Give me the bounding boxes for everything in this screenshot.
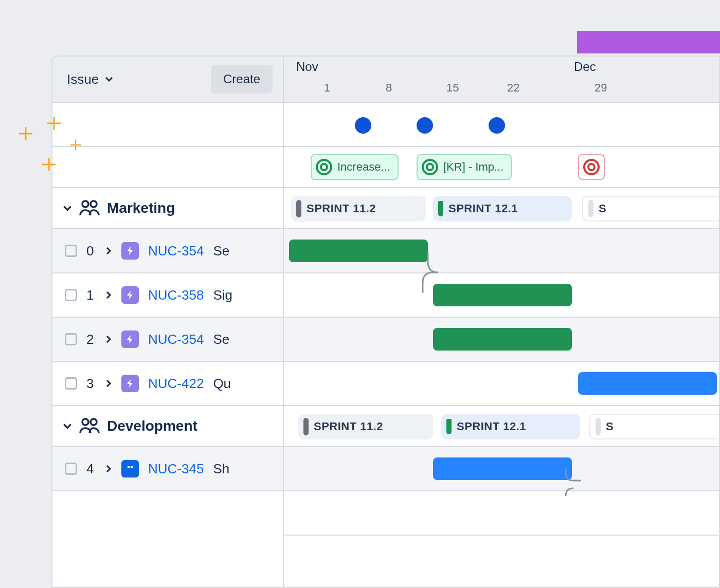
epic-icon bbox=[121, 286, 139, 304]
goal-label: Increase... bbox=[337, 160, 390, 174]
sprint-label: SPRINT 11.2 bbox=[314, 420, 383, 433]
issue-summary: Sig bbox=[213, 287, 232, 303]
chevron-right-icon[interactable] bbox=[105, 247, 112, 254]
sprint-handle[interactable] bbox=[588, 200, 593, 217]
issue-summary: Se bbox=[213, 243, 229, 259]
milestone-dot[interactable] bbox=[489, 117, 505, 134]
issue-row[interactable]: 4 NUC-345 Sh bbox=[52, 447, 283, 491]
chevron-right-icon[interactable] bbox=[105, 380, 112, 387]
issue-row[interactable]: 3 NUC-422 Qu bbox=[52, 362, 283, 406]
body-area: Marketing 0 NUC-354 Se 1 NUC-358 Sig bbox=[52, 103, 719, 587]
issue-dropdown[interactable]: Issue bbox=[67, 71, 113, 87]
issue-row[interactable]: 2 NUC-354 Se bbox=[52, 318, 283, 362]
issue-key-link[interactable]: NUC-354 bbox=[148, 332, 204, 347]
goal-chip[interactable] bbox=[578, 154, 605, 180]
row-index: 3 bbox=[86, 376, 96, 392]
team-icon bbox=[79, 198, 100, 218]
row-index: 2 bbox=[86, 332, 96, 347]
gantt-bar[interactable] bbox=[578, 372, 717, 395]
sprint-handle[interactable] bbox=[438, 201, 443, 216]
day-label: 29 bbox=[595, 81, 607, 95]
group-header-development[interactable]: Development bbox=[52, 406, 283, 447]
gantt-row bbox=[284, 491, 719, 536]
group-title: Development bbox=[107, 418, 197, 434]
sprint-label: SPRINT 11.2 bbox=[307, 202, 376, 215]
gantt-bar[interactable] bbox=[433, 328, 572, 351]
checkbox[interactable] bbox=[65, 463, 77, 475]
sprint-box[interactable]: S bbox=[582, 196, 720, 222]
chevron-down-icon bbox=[105, 75, 113, 83]
sprint-handle[interactable] bbox=[446, 419, 452, 434]
gantt-row bbox=[284, 273, 719, 318]
sprint-handle[interactable] bbox=[296, 200, 301, 217]
sprint-box[interactable]: SPRINT 12.1 bbox=[441, 414, 580, 439]
epic-icon bbox=[121, 242, 139, 260]
row-index: 0 bbox=[86, 243, 96, 259]
goal-chip[interactable]: [KR] - Imp... bbox=[417, 154, 512, 180]
gantt-row bbox=[284, 318, 719, 362]
day-label: 15 bbox=[446, 81, 459, 95]
team-icon bbox=[79, 416, 100, 436]
sprint-label: SPRINT 12.1 bbox=[457, 420, 526, 433]
issue-row[interactable]: 0 NUC-354 Se bbox=[52, 229, 283, 273]
month-label-nov: Nov bbox=[296, 60, 318, 74]
group-header-marketing[interactable]: Marketing bbox=[52, 188, 283, 229]
gantt-bar[interactable] bbox=[433, 284, 572, 306]
sprint-box[interactable]: S bbox=[589, 414, 720, 439]
svg-point-5 bbox=[321, 164, 327, 170]
sprint-box[interactable]: SPRINT 12.1 bbox=[433, 196, 572, 222]
goal-spacer bbox=[52, 147, 283, 188]
blank-spacer bbox=[52, 103, 283, 147]
issue-key-link[interactable]: NUC-345 bbox=[148, 461, 204, 477]
gantt-row bbox=[284, 362, 719, 406]
checkbox[interactable] bbox=[65, 245, 77, 257]
issue-dropdown-label: Issue bbox=[67, 71, 99, 87]
svg-point-8 bbox=[584, 160, 599, 174]
issue-summary: Se bbox=[213, 332, 229, 347]
month-label-dec: Dec bbox=[574, 60, 596, 74]
checkbox[interactable] bbox=[65, 377, 77, 390]
dependency-line bbox=[418, 252, 448, 293]
sprint-label: S bbox=[606, 420, 614, 433]
svg-point-1 bbox=[91, 201, 97, 207]
gantt-bar[interactable] bbox=[433, 457, 572, 480]
chevron-down-icon bbox=[63, 204, 72, 213]
svg-point-9 bbox=[588, 164, 595, 170]
issue-list-column: Marketing 0 NUC-354 Se 1 NUC-358 Sig bbox=[52, 103, 284, 587]
svg-point-6 bbox=[423, 160, 437, 174]
svg-point-3 bbox=[91, 419, 97, 425]
sprint-box[interactable]: SPRINT 11.2 bbox=[298, 414, 433, 439]
sprint-label: S bbox=[599, 202, 606, 215]
milestone-dot[interactable] bbox=[417, 117, 433, 134]
timeline-header: Nov 1 8 15 22 Dec 29 bbox=[284, 57, 719, 102]
epic-icon bbox=[121, 375, 139, 392]
chevron-right-icon[interactable] bbox=[105, 465, 112, 472]
milestone-dot[interactable] bbox=[355, 117, 371, 134]
issue-key-link[interactable]: NUC-358 bbox=[148, 287, 204, 303]
issue-key-link[interactable]: NUC-422 bbox=[148, 376, 204, 392]
goal-chip[interactable]: Increase... bbox=[311, 154, 399, 180]
svg-point-7 bbox=[427, 164, 433, 170]
checkbox[interactable] bbox=[65, 333, 77, 345]
sprint-handle[interactable] bbox=[596, 418, 601, 435]
gantt-bar[interactable] bbox=[289, 240, 428, 262]
target-icon bbox=[315, 158, 333, 176]
create-button[interactable]: Create bbox=[211, 65, 273, 94]
chevron-right-icon[interactable] bbox=[105, 336, 112, 343]
issue-row[interactable]: 1 NUC-358 Sig bbox=[52, 273, 283, 318]
sprint-handle[interactable] bbox=[303, 418, 309, 435]
row-index: 1 bbox=[86, 287, 96, 303]
chevron-right-icon[interactable] bbox=[105, 291, 112, 299]
timeline-column[interactable]: Increase... [KR] - Imp... SPRINT 11.2 bbox=[284, 103, 719, 587]
day-label: 1 bbox=[324, 81, 330, 95]
target-icon bbox=[421, 158, 439, 176]
issue-summary: Sh bbox=[213, 461, 229, 477]
issue-key-link[interactable]: NUC-354 bbox=[148, 243, 204, 259]
sprint-label: SPRINT 12.1 bbox=[448, 202, 518, 215]
purple-highlight bbox=[577, 31, 720, 53]
sprint-lane-development: SPRINT 11.2 SPRINT 12.1 S bbox=[284, 406, 719, 447]
checkbox[interactable] bbox=[65, 289, 77, 301]
epic-icon bbox=[121, 330, 139, 348]
group-title: Marketing bbox=[107, 200, 175, 216]
sprint-box[interactable]: SPRINT 11.2 bbox=[291, 196, 426, 222]
